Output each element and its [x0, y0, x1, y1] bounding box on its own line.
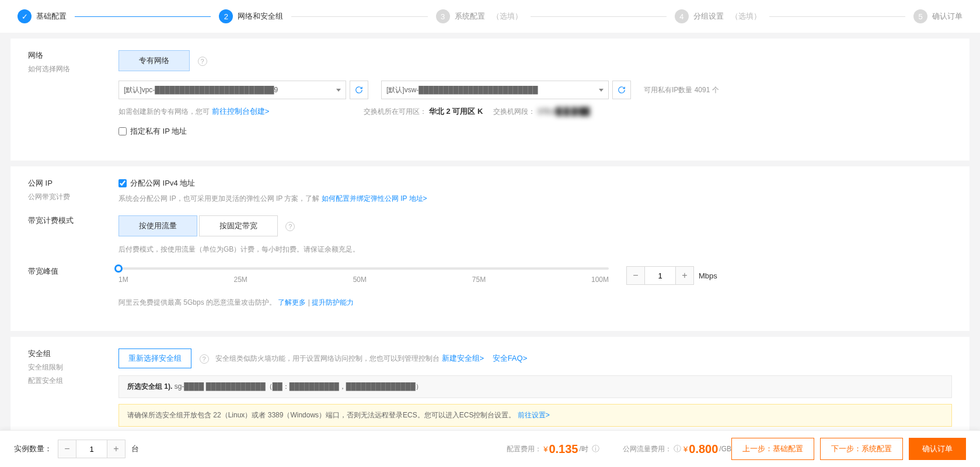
config-cost-unit: /时: [579, 444, 588, 454]
panel-network: 网络 如何选择网络 专有网络 ? [默认]vpc-███████████████…: [11, 39, 969, 161]
step-label: 基础配置: [36, 11, 67, 22]
private-ip-input[interactable]: [118, 127, 127, 135]
step-4[interactable]: 4 分组设置 （选填）: [675, 9, 761, 23]
ddos-learn-link[interactable]: 了解更多: [278, 298, 306, 306]
tab-vpc[interactable]: 专有网络: [118, 50, 190, 71]
ddos-upgrade-link[interactable]: 提升防护能力: [312, 298, 354, 306]
bandwidth-stepper[interactable]: − +: [626, 266, 694, 285]
step-label: 分组设置: [693, 11, 724, 22]
ddos-hint: 阿里云免费提供最高 5Gbps 的恶意流量攻击防护。: [118, 298, 276, 306]
footer-bar: 实例数量： − + 台 配置费用： ¥ 0.135 /时 ⓘ 公网流量费用： ⓘ…: [0, 430, 980, 467]
sg-faq-link[interactable]: 安全FAQ>: [493, 354, 528, 363]
yen-icon: ¥: [543, 445, 547, 454]
chevron-down-icon: [599, 89, 604, 92]
cidr-value: 172.2█.█.█/██: [538, 107, 590, 116]
vswitch-select[interactable]: [默认]vsw-████████████████████████: [381, 81, 609, 99]
cidr-label: 交换机网段：: [493, 107, 535, 116]
chevron-down-icon: [336, 89, 341, 92]
selected-sg-box: 所选安全组 1). sg-████ ████████████（██：██████…: [118, 375, 952, 398]
new-sg-link[interactable]: 新建安全组>: [442, 354, 484, 363]
how-to-choose-link[interactable]: 如何选择网络: [28, 64, 118, 74]
sg-warning-text: 请确保所选安全组开放包含 22（Linux）或者 3389（Windows）端口…: [127, 411, 515, 419]
sg-box-value: sg-████ ████████████（██：██████████，█████…: [175, 382, 423, 391]
billing-label: 带宽计费模式: [28, 215, 118, 226]
az-label: 交换机所在可用区：: [364, 107, 427, 116]
plus-button[interactable]: +: [676, 267, 693, 284]
plus-button[interactable]: +: [107, 440, 125, 458]
tick: 25M: [233, 276, 247, 284]
tick: 100M: [591, 276, 609, 284]
step-3[interactable]: 3 系统配置 （选填）: [436, 9, 522, 23]
step-connector: [769, 16, 905, 17]
refresh-vswitch-button[interactable]: [612, 81, 631, 99]
vpc-value: [默认]vpc-████████████████████████9: [124, 85, 332, 95]
bandwidth-slider[interactable]: 1M 25M 50M 75M 100M: [118, 267, 609, 284]
step-optional: （选填）: [492, 11, 522, 22]
tick: 1M: [118, 276, 128, 284]
confirm-order-button[interactable]: 确认订单: [909, 438, 966, 460]
panel-security-group: 安全组 安全组限制 配置安全组 重新选择安全组 ? 安全组类似防火墙功能，用于设…: [11, 337, 969, 438]
sg-box-prefix: 所选安全组 1).: [127, 382, 175, 391]
public-ip-sublabel: 公网带宽计费: [28, 192, 118, 202]
step-label: 系统配置: [455, 11, 485, 22]
prev-step-button[interactable]: 上一步：基础配置: [731, 438, 814, 460]
minus-button[interactable]: −: [627, 267, 644, 284]
instance-count-stepper[interactable]: − +: [58, 440, 125, 458]
config-cost-label: 配置费用：: [507, 444, 542, 454]
private-ip-label: 指定私有 IP 地址: [130, 126, 187, 137]
tick: 50M: [353, 276, 367, 284]
yen-icon: ¥: [683, 445, 688, 454]
help-icon[interactable]: ?: [198, 57, 207, 66]
slider-ticks: 1M 25M 50M 75M 100M: [118, 276, 609, 284]
refresh-vpc-button[interactable]: [350, 81, 368, 99]
assign-ip-label: 分配公网 IPv4 地址: [130, 178, 195, 189]
bandwidth-label: 带宽峰值: [28, 266, 118, 277]
step-optional: （选填）: [731, 11, 761, 22]
step-number: 3: [436, 9, 450, 23]
minus-button[interactable]: −: [58, 440, 76, 458]
next-step-button[interactable]: 下一步：系统配置: [820, 438, 903, 460]
assign-ip-checkbox[interactable]: 分配公网 IPv4 地址: [118, 178, 195, 189]
step-number: 4: [675, 9, 689, 23]
reselect-sg-button[interactable]: 重新选择安全组: [118, 348, 191, 368]
step-2[interactable]: 2 网络和安全组: [219, 9, 283, 23]
create-vpc-hint: 如需创建新的专有网络，您可: [118, 107, 210, 116]
help-icon[interactable]: ?: [200, 354, 209, 364]
tab-by-traffic[interactable]: 按使用流量: [118, 215, 197, 236]
traffic-cost-unit: /GB: [719, 445, 731, 453]
billing-hint: 后付费模式，按使用流量（单位为GB）计费，每小时扣费。请保证余额充足。: [118, 245, 952, 255]
check-icon: ✓: [18, 9, 32, 23]
instance-count-input[interactable]: [76, 440, 107, 458]
info-icon[interactable]: ⓘ: [674, 444, 681, 454]
instance-count-label: 实例数量：: [14, 444, 52, 454]
info-icon[interactable]: ⓘ: [592, 444, 599, 454]
wizard-steps: ✓ 基础配置 2 网络和安全组 3 系统配置 （选填） 4 分组设置 （选填） …: [0, 0, 980, 33]
create-vpc-link[interactable]: 前往控制台创建>: [212, 107, 270, 116]
vswitch-value: [默认]vsw-████████████████████████: [386, 85, 594, 95]
public-ip-label: 公网 IP: [28, 178, 118, 189]
help-icon[interactable]: ?: [285, 222, 295, 231]
eip-doc-link[interactable]: 如何配置并绑定弹性公网 IP 地址>: [322, 194, 427, 203]
step-5[interactable]: 5 确认订单: [913, 9, 962, 23]
bandwidth-input[interactable]: [644, 267, 676, 284]
config-cost-value: 0.135: [549, 442, 578, 456]
assign-ip-input[interactable]: [118, 179, 127, 187]
sg-settings-link[interactable]: 前往设置>: [518, 411, 550, 419]
bandwidth-unit: Mbps: [699, 271, 717, 280]
sg-sublabel2: 配置安全组: [28, 376, 118, 386]
private-ip-checkbox[interactable]: 指定私有 IP 地址: [118, 126, 187, 137]
instance-count-unit: 台: [131, 444, 139, 454]
tab-by-bandwidth[interactable]: 按固定带宽: [199, 215, 278, 236]
sg-sublabel1: 安全组限制: [28, 363, 118, 372]
ip-remain-text: 可用私有IP数量 4091 个: [644, 85, 719, 95]
step-connector: [291, 16, 427, 17]
step-connector: [531, 16, 667, 17]
step-1[interactable]: ✓ 基础配置: [18, 9, 67, 23]
sg-hint: 安全组类似防火墙功能，用于设置网络访问控制，您也可以到管理控制台: [215, 354, 441, 363]
step-label: 网络和安全组: [238, 11, 283, 22]
step-connector: [75, 16, 211, 17]
vpc-select[interactable]: [默认]vpc-████████████████████████9: [118, 81, 346, 99]
tick: 75M: [472, 276, 486, 284]
assign-ip-hint: 系统会分配公网 IP，也可采用更加灵活的弹性公网 IP 方案，了解: [118, 194, 322, 203]
slider-handle[interactable]: [114, 264, 123, 273]
